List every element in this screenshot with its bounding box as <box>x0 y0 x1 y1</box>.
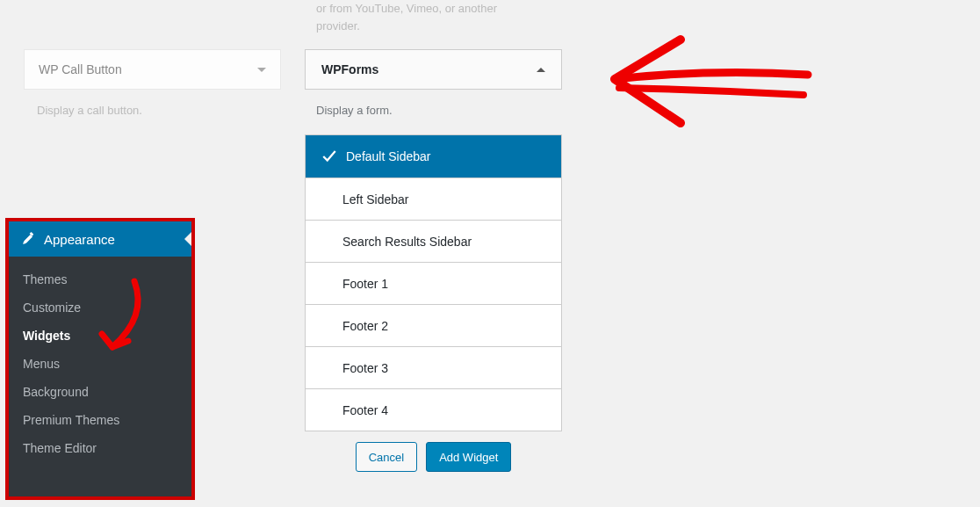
widget-area-label: Left Sidebar <box>342 192 409 206</box>
appearance-menu-highlight: Appearance Themes Customize Widgets Menu… <box>5 218 195 500</box>
widget-area-option-footer-1[interactable]: Footer 1 <box>306 262 561 304</box>
sidebar-item-widgets[interactable]: Widgets <box>9 322 191 350</box>
sidebar-item-customize[interactable]: Customize <box>9 293 191 322</box>
checkmark-icon <box>321 148 337 164</box>
widget-area-option-left-sidebar[interactable]: Left Sidebar <box>306 177 561 220</box>
menu-header-label: Appearance <box>44 232 115 247</box>
wp-call-button-description: Display a call button. <box>37 104 142 117</box>
sidebar-item-label: Themes <box>23 272 68 286</box>
sidebar-item-premium-themes[interactable]: Premium Themes <box>9 406 191 434</box>
button-label: Cancel <box>369 451 404 464</box>
sidebar-item-themes[interactable]: Themes <box>9 265 191 293</box>
widget-area-label: Footer 3 <box>342 361 388 375</box>
wpforms-widget-header[interactable]: WPForms <box>305 49 562 90</box>
paintbrush-icon <box>19 230 37 248</box>
faded-line: or from YouTube, Vimeo, or another <box>316 0 497 18</box>
sidebar-item-label: Premium Themes <box>23 413 119 427</box>
faded-widget-description: or from YouTube, Vimeo, or another provi… <box>316 0 497 34</box>
widget-area-label: Footer 4 <box>342 403 388 417</box>
active-menu-pointer-icon <box>184 232 191 246</box>
cancel-button[interactable]: Cancel <box>356 442 417 472</box>
widget-area-label: Search Results Sidebar <box>342 235 472 249</box>
widget-title: WP Call Button <box>39 62 122 76</box>
widget-area-label: Default Sidebar <box>346 149 431 163</box>
sidebar-item-label: Theme Editor <box>23 441 97 455</box>
widget-area-option-default-sidebar[interactable]: Default Sidebar <box>306 135 561 177</box>
widget-area-label: Footer 1 <box>342 277 388 291</box>
wp-call-button-widget-header[interactable]: WP Call Button <box>24 49 281 90</box>
sidebar-item-background[interactable]: Background <box>9 378 191 406</box>
sidebar-item-label: Widgets <box>23 329 70 343</box>
chevron-up-icon <box>537 68 545 72</box>
sidebar-item-menus[interactable]: Menus <box>9 350 191 378</box>
sidebar-item-label: Menus <box>23 357 60 371</box>
sidebar-item-theme-editor[interactable]: Theme Editor <box>9 434 191 462</box>
wpforms-description: Display a form. <box>316 104 393 117</box>
add-widget-button[interactable]: Add Widget <box>426 442 511 472</box>
widget-title: WPForms <box>321 62 378 76</box>
appearance-submenu: Themes Customize Widgets Menus Backgroun… <box>9 257 191 471</box>
sidebar-item-label: Background <box>23 385 89 399</box>
widget-area-label: Footer 2 <box>342 319 388 333</box>
faded-line: provider. <box>316 18 497 35</box>
button-label: Add Widget <box>439 451 498 464</box>
chevron-down-icon <box>257 68 266 72</box>
appearance-menu-header[interactable]: Appearance <box>9 221 191 257</box>
widget-actions: Cancel Add Widget <box>305 442 562 472</box>
widget-area-option-footer-3[interactable]: Footer 3 <box>306 346 561 388</box>
widget-area-list: Default Sidebar Left Sidebar Search Resu… <box>305 134 562 431</box>
sidebar-item-label: Customize <box>23 301 81 315</box>
widget-area-option-search-results-sidebar[interactable]: Search Results Sidebar <box>306 220 561 262</box>
widget-area-option-footer-2[interactable]: Footer 2 <box>306 304 561 346</box>
widget-area-option-footer-4[interactable]: Footer 4 <box>306 388 561 431</box>
